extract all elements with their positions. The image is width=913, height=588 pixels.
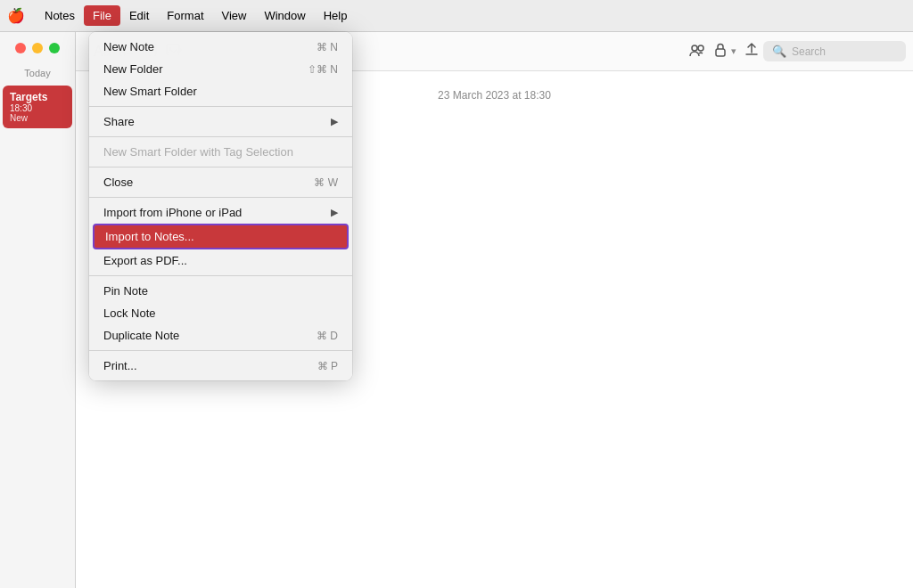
lock-chevron-icon: ▾ <box>731 45 736 57</box>
menu-print[interactable]: Print... ⌘ P <box>89 355 352 377</box>
menu-new-note-label: New Note <box>103 40 154 53</box>
separator-1 <box>89 106 352 107</box>
menu-close-label: Close <box>103 176 133 189</box>
menu-close-shortcut: ⌘ W <box>314 176 338 189</box>
menu-share[interactable]: Share ▶ <box>89 110 352 133</box>
help-menu[interactable]: Help <box>315 5 357 26</box>
menu-new-note-shortcut: ⌘ N <box>317 41 338 53</box>
menu-duplicate-note-shortcut: ⌘ D <box>317 330 338 342</box>
separator-4 <box>89 197 352 198</box>
menu-import-notes-label: Import to Notes... <box>105 230 194 243</box>
format-menu[interactable]: Format <box>158 5 212 26</box>
search-icon: 🔍 <box>772 45 786 58</box>
menu-print-label: Print... <box>103 359 137 372</box>
menu-new-smart-folder[interactable]: New Smart Folder <box>89 80 352 102</box>
menu-import-iphone-label: Import from iPhone or iPad <box>103 206 242 219</box>
menu-new-smart-folder-tag: New Smart Folder with Tag Selection <box>89 141 352 163</box>
menubar: 🍎 Notes File Edit Format View Window Hel… <box>0 0 913 32</box>
window-menu[interactable]: Window <box>255 5 314 26</box>
menu-new-folder-label: New Folder <box>103 62 162 76</box>
menu-lock-note-label: Lock Note <box>103 306 156 320</box>
separator-3 <box>89 167 352 167</box>
menu-new-note[interactable]: New Note ⌘ N <box>89 36 352 58</box>
note-time: 18:30 <box>10 103 65 113</box>
window-controls <box>4 43 70 53</box>
note-preview: New <box>10 113 65 123</box>
menu-new-smart-folder-tag-label: New Smart Folder with Tag Selection <box>103 145 293 159</box>
apple-menu-icon[interactable]: 🍎 <box>7 7 25 24</box>
menu-import-notes[interactable]: Import to Notes... <box>93 224 349 249</box>
separator-6 <box>89 350 352 351</box>
notes-menu[interactable]: Notes <box>36 5 84 26</box>
menu-new-folder[interactable]: New Folder ⇧⌘ N <box>89 58 352 80</box>
file-menu[interactable]: File <box>84 5 120 26</box>
menu-pin-note-label: Pin Note <box>103 284 148 298</box>
menu-duplicate-note-label: Duplicate Note <box>103 329 179 342</box>
search-placeholder: Search <box>792 45 826 58</box>
menu-import-iphone[interactable]: Import from iPhone or iPad ▶ <box>89 201 352 224</box>
menu-new-folder-shortcut: ⇧⌘ N <box>308 63 338 76</box>
menu-export-pdf[interactable]: Export as PDF... <box>89 249 352 272</box>
collaboration-icon[interactable] <box>685 38 710 65</box>
share-icon[interactable] <box>740 38 763 65</box>
maximize-button[interactable] <box>49 43 60 53</box>
menu-close[interactable]: Close ⌘ W <box>89 171 352 193</box>
edit-menu[interactable]: Edit <box>120 5 158 26</box>
svg-rect-12 <box>716 49 725 56</box>
menu-duplicate-note[interactable]: Duplicate Note ⌘ D <box>89 324 352 347</box>
note-date: 23 March 2023 at 18:30 <box>438 89 551 102</box>
close-button[interactable] <box>15 43 26 53</box>
sidebar-note-item[interactable]: Targets 18:30 New <box>3 86 72 128</box>
separator-5 <box>89 275 352 276</box>
sidebar: Today Targets 18:30 New <box>0 32 76 588</box>
menu-share-label: Share <box>103 115 135 128</box>
sidebar-today-label: Today <box>24 68 50 78</box>
menu-export-pdf-label: Export as PDF... <box>103 254 187 267</box>
view-menu[interactable]: View <box>213 5 256 26</box>
import-iphone-arrow-icon: ▶ <box>331 207 338 218</box>
share-arrow-icon: ▶ <box>331 116 338 127</box>
menu-print-shortcut: ⌘ P <box>317 360 338 372</box>
minimize-button[interactable] <box>32 43 43 53</box>
menu-new-smart-folder-label: New Smart Folder <box>103 85 197 98</box>
menu-lock-note[interactable]: Lock Note <box>89 302 352 324</box>
svg-point-11 <box>698 45 703 51</box>
file-dropdown-menu: New Note ⌘ N New Folder ⇧⌘ N New Smart F… <box>89 32 352 380</box>
menu-pin-note[interactable]: Pin Note <box>89 280 352 302</box>
lock-icon[interactable] <box>710 38 731 65</box>
note-title: Targets <box>10 91 65 103</box>
svg-point-10 <box>692 45 697 51</box>
search-box[interactable]: 🔍 Search <box>763 41 906 61</box>
separator-2 <box>89 136 352 137</box>
